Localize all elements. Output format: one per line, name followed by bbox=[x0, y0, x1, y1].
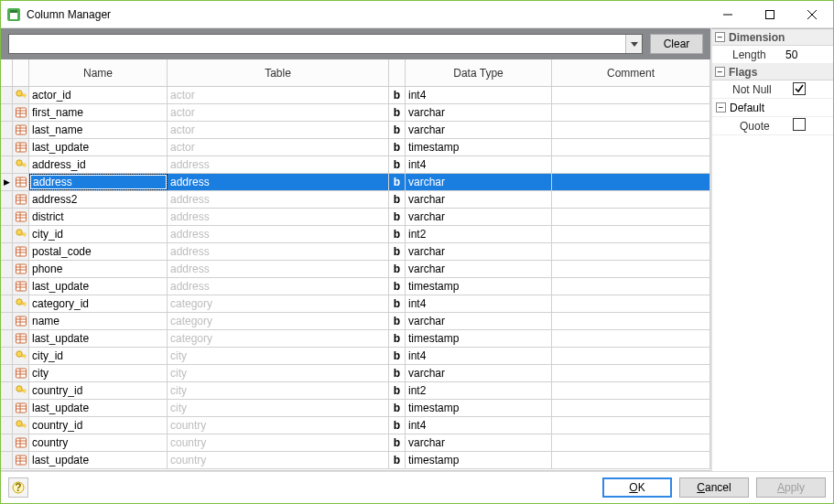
cell-datatype[interactable]: int4 bbox=[406, 87, 552, 103]
filter-dropdown-button[interactable] bbox=[625, 35, 642, 53]
cell-comment[interactable] bbox=[552, 139, 710, 155]
collapse-icon[interactable]: − bbox=[716, 102, 726, 113]
cell-datatype[interactable]: varchar bbox=[406, 104, 552, 121]
minimize-button[interactable] bbox=[707, 1, 749, 27]
cell-table[interactable]: actor bbox=[168, 139, 389, 155]
cell-datatype[interactable]: varchar bbox=[406, 365, 552, 381]
cell-table[interactable]: address bbox=[168, 174, 389, 190]
cell-comment[interactable] bbox=[552, 330, 710, 347]
cell-comment[interactable] bbox=[552, 295, 710, 312]
cell-comment[interactable] bbox=[552, 434, 710, 451]
cell-datatype[interactable]: int4 bbox=[406, 295, 552, 312]
cell-name[interactable]: last_update bbox=[29, 330, 168, 347]
table-row[interactable]: postal_codeaddressbvarchar bbox=[1, 243, 710, 261]
cell-datatype[interactable]: varchar bbox=[406, 209, 552, 225]
cell-table[interactable]: address bbox=[168, 278, 389, 295]
cell-comment[interactable] bbox=[552, 243, 710, 260]
cell-name[interactable]: country_id bbox=[29, 382, 168, 399]
cell-table[interactable]: address bbox=[168, 191, 389, 208]
cell-name[interactable]: phone bbox=[29, 261, 168, 277]
header-datatype[interactable]: Data Type bbox=[406, 59, 552, 86]
cell-name[interactable]: country bbox=[29, 434, 168, 451]
help-button[interactable]: ? bbox=[8, 477, 28, 498]
cell-comment[interactable] bbox=[552, 226, 710, 242]
cell-table[interactable]: category bbox=[168, 313, 389, 329]
cell-name[interactable]: last_name bbox=[29, 122, 168, 138]
header-comment[interactable]: Comment bbox=[552, 59, 710, 86]
cell-comment[interactable] bbox=[552, 278, 710, 295]
cell-table[interactable]: actor bbox=[168, 87, 389, 103]
cell-name[interactable]: last_update bbox=[29, 278, 168, 295]
cell-comment[interactable] bbox=[552, 191, 710, 208]
cell-table[interactable]: country bbox=[168, 417, 389, 434]
table-row[interactable]: city_idcitybint4 bbox=[1, 348, 710, 365]
cell-datatype[interactable]: timestamp bbox=[406, 330, 552, 347]
group-dimension[interactable]: − Dimension bbox=[712, 29, 833, 46]
cancel-button[interactable]: Cancel bbox=[679, 477, 749, 498]
group-flags[interactable]: − Flags bbox=[712, 64, 833, 80]
cell-name[interactable]: district bbox=[29, 209, 168, 225]
cell-table[interactable]: city bbox=[168, 382, 389, 399]
filter-input[interactable] bbox=[9, 38, 625, 50]
length-value[interactable]: 50 bbox=[782, 48, 833, 61]
cell-comment[interactable] bbox=[552, 400, 710, 416]
cell-name[interactable]: country_id bbox=[29, 417, 168, 434]
cell-name[interactable]: city_id bbox=[29, 226, 168, 242]
cell-name[interactable]: city_id bbox=[29, 348, 168, 364]
cell-datatype[interactable]: varchar bbox=[406, 243, 552, 260]
cell-name[interactable]: address bbox=[29, 174, 168, 190]
table-row[interactable]: phoneaddressbvarchar bbox=[1, 261, 710, 278]
cell-table[interactable]: country bbox=[168, 452, 389, 468]
cell-name[interactable]: last_update bbox=[29, 139, 168, 155]
cell-datatype[interactable]: int2 bbox=[406, 226, 552, 242]
table-row[interactable]: country_idcitybint2 bbox=[1, 382, 710, 400]
cell-comment[interactable] bbox=[552, 452, 710, 468]
table-row[interactable]: city_idaddressbint2 bbox=[1, 226, 710, 243]
table-row[interactable]: countrycountrybvarchar bbox=[1, 434, 710, 452]
table-row[interactable]: last_updateactorbtimestamp bbox=[1, 139, 710, 156]
cell-table[interactable]: category bbox=[168, 295, 389, 312]
cell-datatype[interactable]: varchar bbox=[406, 434, 552, 451]
cell-comment[interactable] bbox=[552, 87, 710, 103]
cell-table[interactable]: address bbox=[168, 243, 389, 260]
cell-table[interactable]: actor bbox=[168, 122, 389, 138]
cell-name[interactable]: last_update bbox=[29, 452, 168, 468]
cell-name[interactable]: category_id bbox=[29, 295, 168, 312]
table-row[interactable]: last_updatecountrybtimestamp bbox=[1, 452, 710, 469]
cell-comment[interactable] bbox=[552, 382, 710, 399]
header-table[interactable]: Table bbox=[168, 59, 389, 86]
cell-name[interactable]: name bbox=[29, 313, 168, 329]
cell-datatype[interactable]: timestamp bbox=[406, 400, 552, 416]
table-row[interactable]: citycitybvarchar bbox=[1, 365, 710, 382]
cell-datatype[interactable]: varchar bbox=[406, 261, 552, 277]
cell-table[interactable]: address bbox=[168, 209, 389, 225]
cell-table[interactable]: country bbox=[168, 434, 389, 451]
table-row[interactable]: address_idaddressbint4 bbox=[1, 156, 710, 174]
cell-datatype[interactable]: int4 bbox=[406, 156, 552, 173]
cell-name[interactable]: city bbox=[29, 365, 168, 381]
cell-datatype[interactable]: int4 bbox=[406, 348, 552, 364]
cell-table[interactable]: address bbox=[168, 261, 389, 277]
cell-table[interactable]: city bbox=[168, 365, 389, 381]
table-row[interactable]: first_nameactorbvarchar bbox=[1, 104, 710, 122]
cell-datatype[interactable]: varchar bbox=[406, 191, 552, 208]
table-row[interactable]: namecategorybvarchar bbox=[1, 313, 710, 330]
table-row[interactable]: last_updatecitybtimestamp bbox=[1, 400, 710, 417]
header-name[interactable]: Name bbox=[29, 59, 168, 86]
cell-table[interactable]: address bbox=[168, 156, 389, 173]
maximize-button[interactable] bbox=[749, 1, 791, 27]
cell-comment[interactable] bbox=[552, 174, 710, 190]
collapse-icon[interactable]: − bbox=[715, 67, 725, 77]
quote-checkbox[interactable] bbox=[793, 118, 806, 131]
cell-comment[interactable] bbox=[552, 348, 710, 364]
cell-name[interactable]: first_name bbox=[29, 104, 168, 121]
cell-comment[interactable] bbox=[552, 156, 710, 173]
cell-table[interactable]: address bbox=[168, 226, 389, 242]
cell-datatype[interactable]: int2 bbox=[406, 382, 552, 399]
cell-table[interactable]: city bbox=[168, 400, 389, 416]
table-row[interactable]: districtaddressbvarchar bbox=[1, 209, 710, 226]
cell-name[interactable]: address_id bbox=[29, 156, 168, 173]
table-row[interactable]: last_nameactorbvarchar bbox=[1, 122, 710, 139]
ok-button[interactable]: OK bbox=[602, 477, 672, 498]
notnull-checkbox[interactable] bbox=[793, 82, 806, 95]
